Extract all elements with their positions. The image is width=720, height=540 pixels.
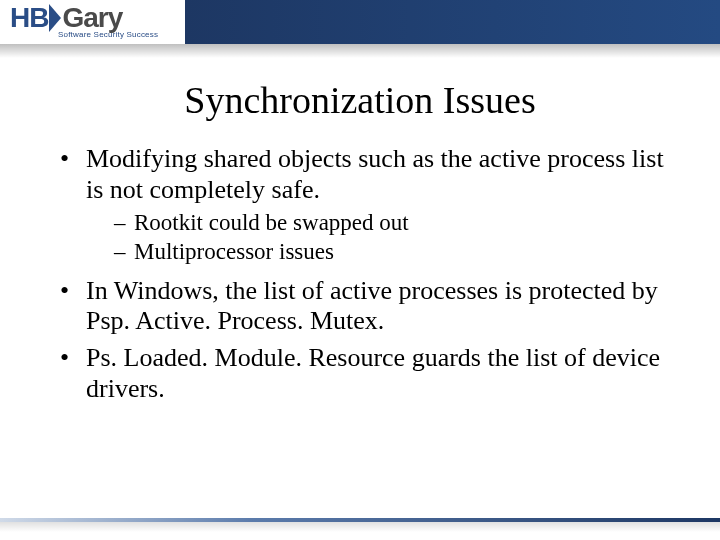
sub-bullet-list: Rootkit could be swapped out Multiproces… — [86, 209, 672, 265]
sub-bullet-text: Multiprocessor issues — [134, 239, 334, 264]
logo-gary-text: Gary — [62, 2, 122, 32]
logo-hb-text: HB — [10, 2, 48, 32]
header: HB Gary Software Security Success — [0, 0, 720, 60]
slide-title: Synchronization Issues — [0, 78, 720, 122]
bullet-text: Ps. Loaded. Module. Resource guards the … — [86, 343, 660, 403]
slide-body: Modifying shared objects such as the act… — [0, 144, 720, 404]
sub-bullet-item: Multiprocessor issues — [114, 238, 672, 265]
bullet-item: Ps. Loaded. Module. Resource guards the … — [60, 343, 672, 404]
bullet-item: In Windows, the list of active processes… — [60, 276, 672, 337]
bullet-list: Modifying shared objects such as the act… — [60, 144, 672, 404]
arrow-right-icon — [49, 4, 61, 32]
sub-bullet-item: Rootkit could be swapped out — [114, 209, 672, 236]
bullet-text: In Windows, the list of active processes… — [86, 276, 658, 336]
logo-tagline: Software Security Success — [58, 30, 158, 39]
footer-shadow — [0, 522, 720, 532]
bullet-item: Modifying shared objects such as the act… — [60, 144, 672, 266]
bullet-text: Modifying shared objects such as the act… — [86, 144, 664, 204]
header-shadow — [0, 44, 720, 58]
logo: HB Gary — [10, 2, 122, 46]
sub-bullet-text: Rootkit could be swapped out — [134, 210, 409, 235]
slide: HB Gary Software Security Success Synchr… — [0, 0, 720, 540]
